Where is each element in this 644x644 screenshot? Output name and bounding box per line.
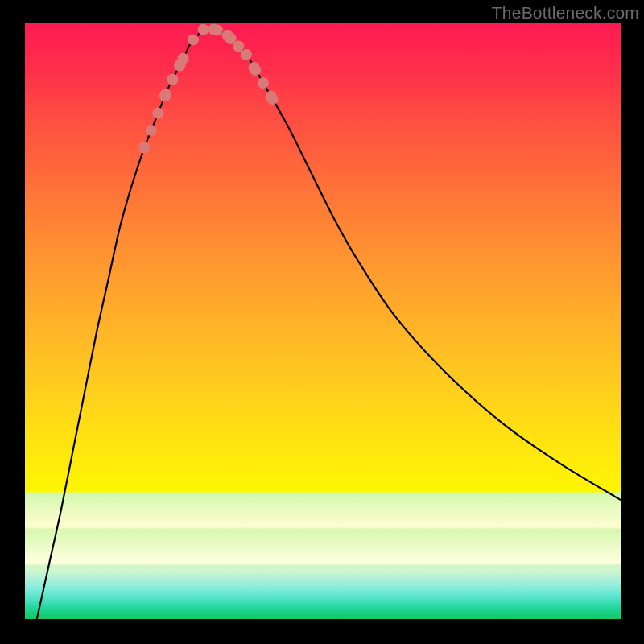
chart-frame: TheBottleneck.com [0,0,644,644]
curve-marker-dot [178,53,189,64]
curve-marker-dot [146,125,157,136]
curve-marker-dot [153,108,164,119]
bottleneck-curve [37,29,621,620]
curve-marker-dot [188,34,199,45]
curve-markers [138,23,278,153]
curve-marker-dot [267,93,279,105]
curve-marker-dot [198,24,209,35]
curve-marker-dot [258,77,269,89]
curve-marker-dot [160,89,171,100]
curve-marker-dot [138,142,150,154]
plot-area [25,23,621,619]
curve-marker-dot [241,49,252,60]
watermark-text: TheBottleneck.com [492,3,639,23]
curve-marker-dot [233,41,244,52]
curve-layer [25,23,621,619]
curve-marker-dot [250,64,261,76]
curve-marker-dot [167,74,178,85]
curve-marker-dot [212,25,223,36]
